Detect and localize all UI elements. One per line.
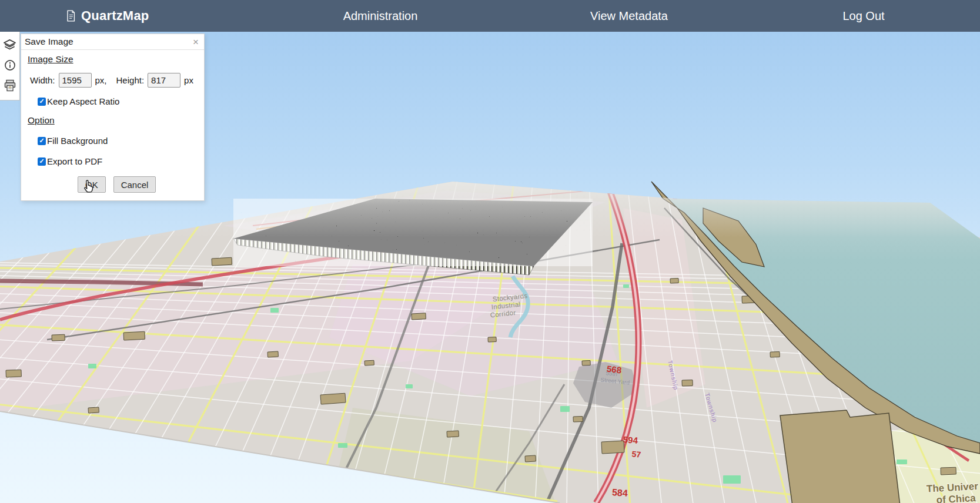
width-unit: px, — [95, 75, 107, 85]
height-input[interactable] — [148, 73, 180, 88]
route-shield-57: 57 — [631, 449, 641, 459]
route-shield-594: 594 — [623, 434, 638, 445]
save-image-dialog: Save Image × Image Size Width: px, Heigh… — [21, 33, 205, 201]
brand[interactable]: QuartzMap — [66, 0, 149, 32]
size-row: Width: px, Height: px — [30, 73, 204, 88]
fill-background-row: Fill Background — [38, 136, 204, 146]
height-unit: px — [184, 75, 193, 85]
keep-aspect-row: Keep Aspect Ratio — [38, 96, 204, 106]
width-label: Width: — [30, 75, 55, 85]
layers-icon — [3, 38, 16, 52]
document-icon — [66, 9, 76, 22]
ok-button[interactable]: OK — [78, 176, 106, 193]
keep-aspect-checkbox[interactable] — [38, 98, 46, 106]
route-shield-584: 584 — [611, 487, 628, 498]
washington-park — [780, 410, 901, 503]
route-shield-568: 568 — [606, 364, 622, 375]
export-pdf-row: Export to PDF — [38, 156, 204, 166]
map-toolbar — [0, 32, 20, 100]
nav-administration[interactable]: Administration — [343, 0, 418, 32]
dialog-title-bar: Save Image × — [21, 34, 204, 50]
close-icon[interactable]: × — [193, 37, 199, 47]
top-nav-bar: QuartzMap Administration View Metadata L… — [0, 0, 980, 32]
info-button[interactable] — [3, 58, 17, 72]
app-window: Stockyards Industrial Corridor 55th Stre… — [0, 0, 980, 503]
label-university-2: of Chica — [936, 492, 976, 503]
nav-view-metadata[interactable]: View Metadata — [590, 0, 668, 32]
height-label: Height: — [116, 75, 145, 85]
width-input[interactable] — [59, 73, 92, 88]
image-size-heading: Image Size — [28, 54, 73, 65]
export-pdf-checkbox[interactable] — [38, 157, 46, 166]
cancel-button[interactable]: Cancel — [113, 176, 156, 193]
layers-button[interactable] — [3, 38, 17, 52]
option-heading: Option — [28, 115, 55, 126]
print-icon — [3, 79, 17, 93]
dialog-title: Save Image — [25, 36, 73, 47]
app-title: QuartzMap — [81, 8, 149, 24]
nav-log-out[interactable]: Log Out — [842, 0, 884, 32]
export-pdf-label: Export to PDF — [47, 156, 102, 166]
fill-background-checkbox[interactable] — [38, 137, 46, 145]
dialog-buttons: OK Cancel — [78, 176, 204, 193]
print-button[interactable] — [3, 79, 17, 93]
keep-aspect-label: Keep Aspect Ratio — [47, 96, 119, 106]
fill-background-label: Fill Background — [47, 136, 108, 146]
info-icon — [4, 59, 16, 72]
